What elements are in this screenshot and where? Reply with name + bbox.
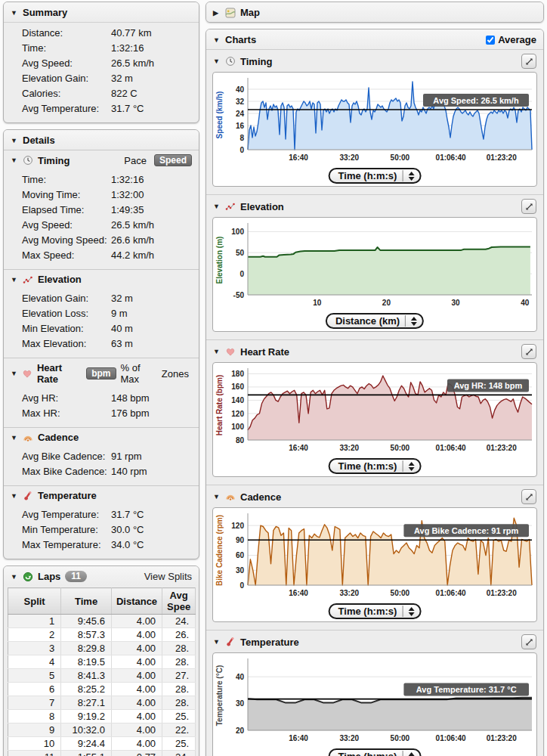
details-header[interactable]: ▼ Details [4, 130, 199, 150]
x-axis-selector[interactable]: Time (h:m:s) [329, 458, 422, 474]
map-icon [225, 8, 236, 18]
lap-row: 28:57.34.0026. [8, 628, 196, 642]
timing-chart-header[interactable]: ▼ Timing [206, 50, 543, 72]
collapse-triangle-icon[interactable]: ▼ [213, 57, 221, 65]
svg-text:40: 40 [521, 299, 530, 307]
collapse-triangle-icon[interactable]: ▼ [213, 36, 221, 44]
svg-text:90: 90 [236, 536, 245, 544]
laps-column-header[interactable]: Split [8, 588, 61, 615]
cadence-subheader[interactable]: ▼ Cadence [4, 428, 199, 446]
x-axis-selector[interactable]: Time (h:m:s) [329, 168, 422, 184]
expand-chart-button[interactable] [521, 344, 536, 359]
laps-header[interactable]: ▼ Laps 11 View Splits [4, 566, 199, 586]
elevation-chart-header[interactable]: ▼ Elevation [206, 195, 543, 217]
collapse-triangle-icon[interactable]: ▼ [11, 434, 18, 442]
svg-text:16:40: 16:40 [289, 734, 308, 742]
collapse-triangle-icon[interactable]: ▼ [213, 493, 221, 500]
x-axis-selector[interactable]: Time (h:m:s) [329, 748, 422, 756]
stepper-arrows-icon[interactable] [408, 607, 416, 616]
details-timing-section: ▼ Timing Pace Speed Time:1:32:16Moving T… [4, 150, 199, 269]
average-checkbox[interactable] [486, 36, 495, 45]
elevation-chart-icon [225, 201, 236, 212]
collapse-triangle-icon[interactable]: ▼ [213, 348, 221, 355]
stat-row: Elevation Gain:32 m [4, 291, 199, 306]
details-heart-rate-section: ▼ Heart Rate bpm % of Max Zones Avg HR:1… [4, 358, 199, 427]
temperature-rows: Avg Temperature:31.7 °CMin Temperature:3… [4, 504, 199, 559]
collapse-triangle-icon[interactable]: ▼ [11, 573, 18, 581]
svg-text:30: 30 [236, 566, 245, 575]
expand-chart-button[interactable] [521, 54, 536, 69]
svg-text:120: 120 [231, 410, 244, 418]
elevation-rows: Elevation Gain:32 mElevation Loss:9 mMin… [4, 288, 199, 358]
elevation-chart-title: Elevation [240, 201, 284, 212]
summary-header[interactable]: ▼ Summary [4, 2, 199, 23]
laps-column-header[interactable]: Avg Spee [162, 588, 196, 615]
stepper-arrows-icon[interactable] [408, 172, 416, 181]
stepper-arrows-icon[interactable] [411, 317, 419, 326]
expand-chart-button[interactable] [521, 489, 536, 504]
pace-toggle[interactable]: Pace [124, 155, 147, 166]
average-checkbox-label[interactable]: Average [486, 34, 536, 45]
svg-text:Avg HR: 148 bpm: Avg HR: 148 bpm [454, 381, 523, 390]
expand-triangle-icon[interactable]: ▶ [213, 9, 221, 17]
details-elevation-section: ▼ Elevation Elevation Gain:32 mElevation… [4, 269, 199, 358]
stepper-arrows-icon[interactable] [408, 752, 416, 756]
stat-label: Elevation Loss: [22, 307, 111, 321]
svg-text:Avg Bike Cadence: 91 rpm: Avg Bike Cadence: 91 rpm [414, 526, 519, 535]
heart-rate-subheader[interactable]: ▼ Heart Rate bpm % of Max Zones [4, 358, 199, 388]
laps-column-header[interactable]: Time [61, 588, 112, 615]
laps-header-row: SplitTimeDistanceAvg Spee [8, 588, 196, 615]
stat-label: Max HR: [22, 407, 111, 420]
svg-text:50:00: 50:00 [391, 734, 410, 742]
charts-header[interactable]: ▼ Charts Average [206, 29, 543, 49]
collapse-triangle-icon[interactable]: ▼ [11, 137, 18, 144]
heart-icon [225, 346, 236, 357]
x-axis-selector[interactable]: Time (h:m:s) [329, 603, 422, 619]
stat-row: Moving Time:1:32:00 [4, 187, 199, 203]
stat-row: Avg Moving Speed:26.6 km/h [4, 233, 199, 248]
heart-rate-title: Heart Rate [37, 362, 77, 385]
cadence-chart-header[interactable]: ▼ Cadence [206, 485, 543, 507]
temperature-subheader[interactable]: ▼ Temperature [4, 486, 199, 504]
speed-toggle-selected[interactable]: Speed [154, 154, 192, 166]
svg-text:60: 60 [236, 551, 245, 559]
timing-subheader[interactable]: ▼ Timing Pace Speed [4, 150, 199, 169]
map-header[interactable]: ▶ Map [206, 2, 543, 22]
svg-text:16:40: 16:40 [289, 589, 308, 597]
bpm-toggle-selected[interactable]: bpm [86, 367, 116, 380]
stepper-arrows-icon[interactable] [408, 462, 416, 471]
stat-label: Calories: [22, 87, 111, 101]
map-title: Map [240, 7, 260, 18]
collapse-triangle-icon[interactable]: ▼ [11, 276, 18, 284]
stat-label: Max Bike Cadence: [22, 465, 111, 479]
expand-chart-button[interactable] [521, 634, 536, 649]
temperature-chart-header[interactable]: ▼ Temperature [206, 631, 543, 652]
stat-label: Avg Temperature: [22, 102, 111, 116]
stat-value: 1:32:00 [111, 188, 199, 202]
collapse-triangle-icon[interactable]: ▼ [213, 203, 221, 210]
svg-text:01:06:40: 01:06:40 [436, 153, 466, 162]
stat-label: Max Temperature: [22, 538, 111, 552]
collapse-triangle-icon[interactable]: ▼ [11, 156, 18, 164]
collapse-triangle-icon[interactable]: ▼ [213, 638, 221, 646]
svg-text:80: 80 [236, 436, 245, 445]
x-axis-selector[interactable]: Distance (km) [326, 313, 424, 329]
stat-row: Max Bike Cadence:140 rpm [4, 464, 199, 479]
stat-label: Avg Temperature: [22, 508, 111, 522]
laps-column-header[interactable]: Distance [111, 588, 162, 615]
collapse-triangle-icon[interactable]: ▼ [11, 370, 17, 377]
view-splits-link[interactable]: View Splits [144, 571, 192, 582]
elevation-subheader[interactable]: ▼ Elevation [4, 270, 199, 288]
thermometer-icon [23, 491, 33, 501]
collapse-triangle-icon[interactable]: ▼ [11, 9, 18, 17]
pct-of-max-toggle[interactable]: % of Max [121, 362, 154, 385]
svg-text:50:00: 50:00 [391, 589, 410, 597]
stat-row: Avg HR:148 bpm [4, 391, 199, 406]
timing-rows: Time:1:32:16Moving Time:1:32:00Elapsed T… [4, 169, 199, 269]
collapse-triangle-icon[interactable]: ▼ [11, 492, 18, 500]
expand-chart-button[interactable] [521, 199, 536, 214]
svg-text:Temperature (°C): Temperature (°C) [215, 665, 224, 727]
heart-rate-chart-header[interactable]: ▼ Heart Rate [206, 340, 543, 362]
zones-toggle[interactable]: Zones [162, 368, 189, 380]
stat-value: 26.6 km/h [111, 234, 199, 247]
